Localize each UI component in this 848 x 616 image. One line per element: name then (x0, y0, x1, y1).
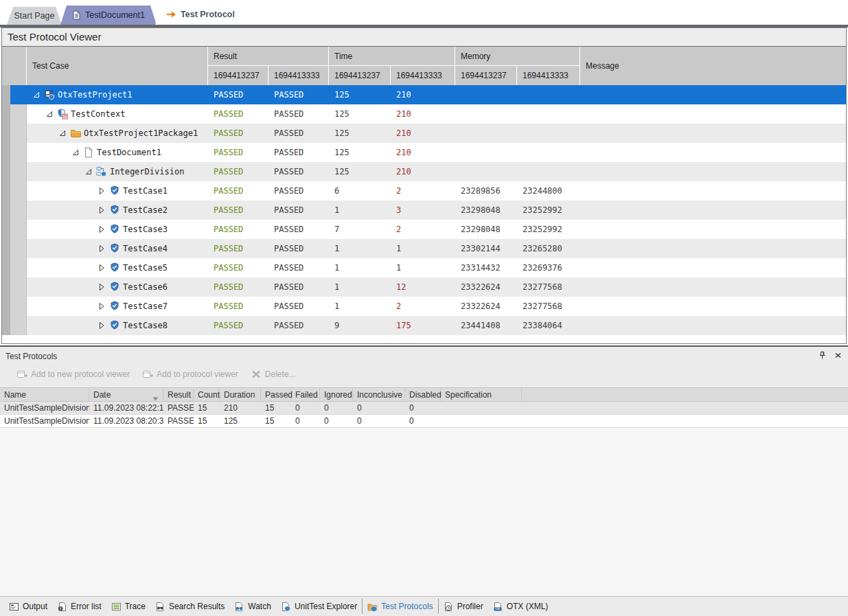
column-header-disabled[interactable]: Disabled (405, 388, 441, 401)
column-header-time-run1[interactable]: 1694413237 (329, 66, 391, 85)
column-header-result-run2[interactable]: 1694413333 (268, 66, 329, 85)
column-header-inconclusive[interactable]: Inconclusive (353, 388, 405, 401)
tab-start-page[interactable]: Start Page (7, 7, 62, 25)
memory-run2-cell: 23277568 (517, 297, 580, 316)
message-cell (580, 201, 846, 220)
result-run2-cell: PASSED (268, 220, 329, 239)
test-case-row[interactable]: TestCase7 PASSED PASSED 1 2 23322624 232… (2, 297, 846, 316)
column-group-time: Time 1694413237 1694413333 (329, 47, 455, 85)
expander-collapsed-icon[interactable] (98, 321, 106, 330)
tool-tab-unittest-explorer[interactable]: UnitTest Explorer (276, 599, 362, 614)
expander-expanded-icon[interactable] (71, 148, 80, 157)
test-case-row[interactable]: TestCase5 PASSED PASSED 1 1 23314432 232… (2, 258, 846, 277)
column-header-name[interactable]: Name (0, 388, 89, 401)
test-case-row[interactable]: IntegerDivision PASSED PASSED 125 210 (2, 162, 846, 181)
protocol-failed-cell: 0 (291, 415, 320, 427)
result-run2-cell: PASSED (268, 316, 329, 335)
memory-run1-cell (455, 143, 517, 162)
tool-tab-output[interactable]: Output (4, 599, 52, 614)
expander-expanded-icon[interactable] (32, 91, 41, 99)
expander-collapsed-icon[interactable] (98, 225, 106, 233)
tool-tab-test-protocols[interactable]: Test Protocols (362, 599, 438, 614)
tab-test-protocol[interactable]: Test Protocol (155, 3, 246, 25)
column-header-result[interactable]: Result (208, 47, 329, 66)
column-header-memory-run1[interactable]: 1694413237 (455, 66, 517, 85)
watch-icon (234, 602, 244, 612)
time-run1-cell: 125 (329, 124, 391, 143)
tool-tab-watch[interactable]: Watch (229, 599, 276, 614)
profiler-icon (444, 602, 454, 612)
pin-icon[interactable] (818, 351, 827, 360)
column-header-result-run1[interactable]: 1694413237 (208, 66, 268, 85)
test-case-cell: TestCase5 (27, 258, 208, 277)
test-case-row[interactable]: TestCase4 PASSED PASSED 1 1 23302144 232… (2, 239, 846, 258)
expander-collapsed-icon[interactable] (98, 206, 106, 214)
expander-expanded-icon[interactable] (58, 129, 67, 137)
document-tab-strip: Start Page TestDocument1 Test Protocol (0, 0, 848, 25)
column-header-count[interactable]: Count (194, 388, 220, 401)
expander-collapsed-icon[interactable] (98, 264, 106, 272)
test-case-row[interactable]: TestCase1 PASSED PASSED 6 2 23289856 232… (2, 181, 846, 201)
column-header-time[interactable]: Time (329, 47, 455, 66)
column-header-time-run2[interactable]: 1694413333 (391, 66, 455, 85)
memory-run2-cell (517, 124, 580, 143)
error-list-icon (57, 602, 67, 612)
protocol-row[interactable]: UnitTestSampleDivision11.09.2023 08:20:3… (0, 415, 848, 428)
test-case-label: TestCase6 (123, 282, 168, 292)
column-header-message[interactable]: Message (580, 47, 846, 85)
add-to-protocol-viewer-button[interactable]: Add to protocol viewer (142, 369, 238, 380)
test-case-cell: TestCase2 (27, 201, 208, 220)
tab-testdocument1[interactable]: TestDocument1 (60, 5, 157, 25)
column-header-specification[interactable]: Specification (441, 388, 522, 401)
project-icon (44, 89, 55, 100)
testcase-icon (109, 301, 120, 312)
column-header-ignored[interactable]: Ignored (320, 388, 353, 401)
close-icon[interactable] (834, 351, 843, 360)
delete-button[interactable]: Delete... (251, 369, 296, 380)
folder-icon (70, 128, 81, 139)
column-header-test-case[interactable]: Test Case (27, 47, 208, 85)
test-case-row[interactable]: TestDocument1 PASSED PASSED 125 210 (2, 143, 846, 162)
add-to-new-protocol-viewer-button[interactable]: Add to new protocol viewer (16, 369, 130, 380)
tool-tab-search-results[interactable]: Search Results (150, 599, 229, 614)
test-case-row[interactable]: OtxTestProject1Package1 PASSED PASSED 12… (2, 124, 846, 143)
tool-tab-otx-xml[interactable]: XMLOTX (XML) (488, 599, 553, 614)
column-header-duration[interactable]: Duration (220, 388, 261, 401)
testcase-icon (109, 282, 120, 293)
column-header-failed[interactable]: Failed (291, 388, 320, 401)
result-run1-cell: PASSED (208, 143, 268, 162)
protocol-row[interactable]: UnitTestSampleDivision11.09.2023 08:22:1… (0, 402, 848, 415)
protocol-specification-cell (441, 415, 522, 427)
expander-collapsed-icon[interactable] (98, 244, 106, 253)
column-header-memory[interactable]: Memory (455, 47, 580, 66)
time-run1-cell: 7 (329, 220, 391, 239)
row-header-gutter (2, 297, 27, 316)
result-run1-cell: PASSED (208, 85, 268, 104)
trace-icon (111, 602, 122, 612)
column-header-date[interactable]: Date (89, 388, 163, 401)
column-header-memory-run2[interactable]: 1694413333 (517, 66, 580, 85)
expander-expanded-icon[interactable] (45, 110, 54, 118)
test-case-row[interactable]: TestCase2 PASSED PASSED 1 3 23298048 232… (2, 201, 846, 220)
protocol-ignored-cell: 0 (320, 415, 353, 427)
test-case-row[interactable]: TestContext PASSED PASSED 125 210 (2, 104, 846, 124)
add-protocol-viewer-icon (142, 369, 153, 380)
result-run2-cell: PASSED (268, 239, 329, 258)
expander-collapsed-icon[interactable] (98, 302, 106, 310)
test-case-row[interactable]: TestCase6 PASSED PASSED 1 12 23322624 23… (2, 277, 846, 297)
expander-collapsed-icon[interactable] (98, 187, 106, 195)
test-case-row[interactable]: TestCase3 PASSED PASSED 7 2 23298048 232… (2, 220, 846, 239)
expander-expanded-icon[interactable] (84, 168, 93, 176)
tool-tab-profiler[interactable]: Profiler (439, 599, 488, 614)
protocol-name-cell: UnitTestSampleDivision (0, 402, 89, 414)
tool-tab-trace[interactable]: Trace (106, 599, 150, 614)
column-header-passed[interactable]: Passed (261, 388, 291, 401)
expander-collapsed-icon[interactable] (98, 283, 106, 291)
protocol-disabled-cell: 0 (405, 415, 441, 427)
time-run2-cell: 2 (391, 181, 455, 201)
test-case-cell: TestCase3 (27, 220, 208, 239)
test-case-row[interactable]: TestCase8 PASSED PASSED 9 175 23441408 2… (2, 316, 846, 335)
tool-tab-error-list[interactable]: Error list (52, 599, 106, 614)
test-case-row[interactable]: OtxTestProject1 PASSED PASSED 125 210 (2, 85, 846, 104)
column-header-result[interactable]: Result (163, 388, 194, 401)
